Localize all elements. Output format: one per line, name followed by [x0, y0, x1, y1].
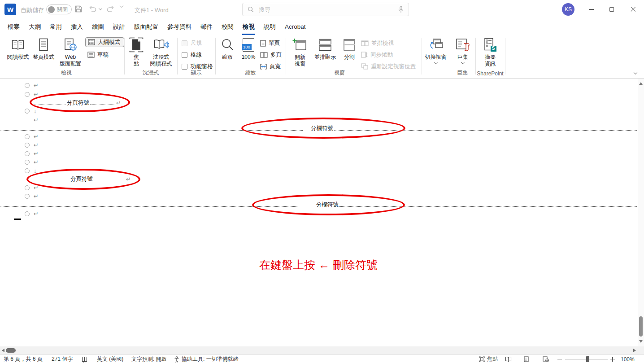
- one-page-button[interactable]: 單頁: [260, 38, 282, 48]
- web-layout-button[interactable]: Web版面配置: [57, 37, 84, 67]
- immersive-reader-button[interactable]: 沈浸式閱讀程式: [148, 37, 174, 67]
- arrange-all-button[interactable]: 並排顯示: [312, 37, 339, 61]
- horizontal-scrollbar[interactable]: [0, 346, 644, 354]
- outline-bullet-icon[interactable]: [25, 83, 30, 88]
- zoom-100-button[interactable]: 100 100%: [239, 37, 258, 61]
- tab-acrobat[interactable]: Acrobat: [284, 19, 306, 35]
- draft-view-icon: [87, 52, 95, 58]
- horizontal-scroll-thumb[interactable]: [6, 348, 16, 353]
- macros-button[interactable]: 巨集: [453, 37, 472, 64]
- tab-layout[interactable]: 版面配置: [134, 19, 159, 35]
- scroll-down-icon[interactable]: [639, 340, 643, 343]
- maximize-button[interactable]: [602, 0, 622, 19]
- print-layout-view-button[interactable]: [524, 355, 529, 363]
- zoom-slider[interactable]: [565, 355, 608, 363]
- draft-view-button[interactable]: 草稿: [85, 50, 124, 60]
- outline-bullet-icon[interactable]: [25, 194, 30, 199]
- collapse-ribbon-icon[interactable]: [634, 70, 637, 74]
- outline-paragraph[interactable]: ↵: [25, 132, 39, 140]
- focus-mode-button[interactable]: 焦點: [479, 355, 498, 363]
- customize-toolbar-button[interactable]: [120, 5, 123, 8]
- macros-icon: [456, 38, 470, 52]
- outline-bullet-icon[interactable]: [25, 185, 30, 190]
- zoom-slider-thumb[interactable]: [586, 356, 589, 362]
- outline-paragraph[interactable]: ↵: [34, 116, 39, 124]
- undo-button[interactable]: [88, 5, 102, 13]
- paragraph-mark: ↵: [34, 83, 39, 88]
- undo-dropdown-icon[interactable]: [99, 6, 102, 10]
- outline-bullet-icon[interactable]: [25, 160, 30, 165]
- page-indicator[interactable]: 第 6 頁，共 6 頁: [4, 355, 43, 363]
- outline-paragraph[interactable]: ↵: [25, 192, 39, 200]
- tab-review[interactable]: 校閱: [221, 19, 234, 35]
- tab-outlining[interactable]: 大綱: [28, 19, 41, 35]
- read-mode-view-button[interactable]: [505, 355, 512, 363]
- outline-bullet-icon[interactable]: [25, 151, 30, 156]
- vertical-scrollbar[interactable]: [638, 79, 644, 346]
- tab-mailings[interactable]: 郵件: [200, 19, 213, 35]
- zoom-in-button[interactable]: [610, 355, 615, 363]
- print-layout-button[interactable]: 整頁模式: [31, 37, 56, 61]
- outline-view-button[interactable]: 大綱模式: [85, 37, 124, 47]
- zoom-button[interactable]: 縮放: [218, 37, 237, 61]
- tab-insert[interactable]: 插入: [70, 19, 83, 35]
- scroll-left-icon[interactable]: [2, 349, 4, 352]
- autosave-toggle[interactable]: 關閉: [46, 4, 72, 14]
- page-100-icon: 100: [243, 38, 254, 52]
- accessibility-status[interactable]: 協助工具: 一切準備就緒: [174, 355, 239, 363]
- group-sharepoint: S 摘要資訊 SharePoint: [475, 35, 505, 78]
- document-properties-button[interactable]: S 摘要資訊: [480, 37, 500, 67]
- outline-bullet-icon[interactable]: [25, 134, 30, 139]
- group-label-show: 顯示: [177, 69, 215, 77]
- tab-design[interactable]: 設計: [113, 19, 126, 35]
- outline-paragraph[interactable]: ↵: [25, 210, 39, 218]
- vertical-scroll-thumb[interactable]: [639, 316, 643, 337]
- outline-bullet-icon[interactable]: [25, 143, 30, 148]
- page-icon: [38, 38, 49, 52]
- tab-draw[interactable]: 繪圖: [91, 19, 104, 35]
- minimize-button[interactable]: [581, 0, 601, 19]
- tab-file[interactable]: 檔案: [7, 19, 20, 35]
- zoom-slider-track[interactable]: [565, 359, 608, 359]
- tab-help[interactable]: 說明: [263, 19, 276, 35]
- outline-bullet-icon[interactable]: [25, 168, 30, 173]
- document-canvas[interactable]: ↵ ↵ 分頁符號 ↵ ↓ ↵ 分欄符號 ↵ ↵ ↵ ↵ ↓ 分頁符號 ↵ ↵: [0, 79, 638, 346]
- search-box[interactable]: [242, 3, 409, 16]
- outline-paragraph[interactable]: ↓: [25, 107, 37, 115]
- zoom-percentage[interactable]: 100%: [621, 355, 635, 363]
- close-button[interactable]: [623, 0, 643, 19]
- read-mode-button[interactable]: 閱讀模式: [5, 37, 30, 61]
- scroll-up-icon[interactable]: [639, 82, 643, 85]
- outline-paragraph[interactable]: ↵: [25, 81, 39, 89]
- search-input[interactable]: [258, 6, 394, 13]
- outline-bullet-icon[interactable]: [25, 109, 30, 114]
- outline-bullet-icon[interactable]: [25, 92, 30, 97]
- scroll-right-icon[interactable]: [633, 349, 636, 352]
- tab-references[interactable]: 參考資料: [167, 19, 192, 35]
- word-count[interactable]: 271 個字: [52, 355, 73, 363]
- save-button[interactable]: [74, 5, 83, 13]
- microphone-icon[interactable]: [398, 6, 404, 13]
- outline-bullet-icon[interactable]: [25, 211, 30, 216]
- outline-paragraph[interactable]: ↵: [25, 158, 39, 166]
- checkbox-icon: [182, 40, 187, 46]
- redo-button[interactable]: [106, 5, 115, 13]
- language-indicator[interactable]: 英文 (美國): [97, 355, 123, 363]
- gridlines-checkbox[interactable]: 格線: [182, 50, 202, 59]
- zoom-out-button[interactable]: [557, 355, 562, 363]
- outline-paragraph[interactable]: ↵: [25, 141, 39, 149]
- new-window-button[interactable]: 開新視窗: [290, 37, 310, 67]
- tab-view[interactable]: 檢視: [242, 19, 255, 35]
- split-button[interactable]: 分割: [340, 37, 358, 61]
- ruler-checkbox: 尺規: [182, 39, 202, 48]
- proofing-status[interactable]: [82, 355, 87, 363]
- focus-button[interactable]: 焦點: [127, 37, 146, 67]
- text-prediction[interactable]: 文字預測: 開啟: [131, 355, 167, 363]
- outline-paragraph[interactable]: ↵: [25, 149, 39, 157]
- tab-home[interactable]: 常用: [49, 19, 62, 35]
- multiple-pages-button[interactable]: 多頁: [260, 50, 282, 60]
- avatar[interactable]: KS: [562, 3, 574, 16]
- window-stack: 並排檢視 同步捲動 重新設定視窗位置: [361, 38, 416, 71]
- switch-windows-button[interactable]: 切換視窗: [423, 37, 448, 64]
- web-layout-view-button[interactable]: [543, 355, 549, 363]
